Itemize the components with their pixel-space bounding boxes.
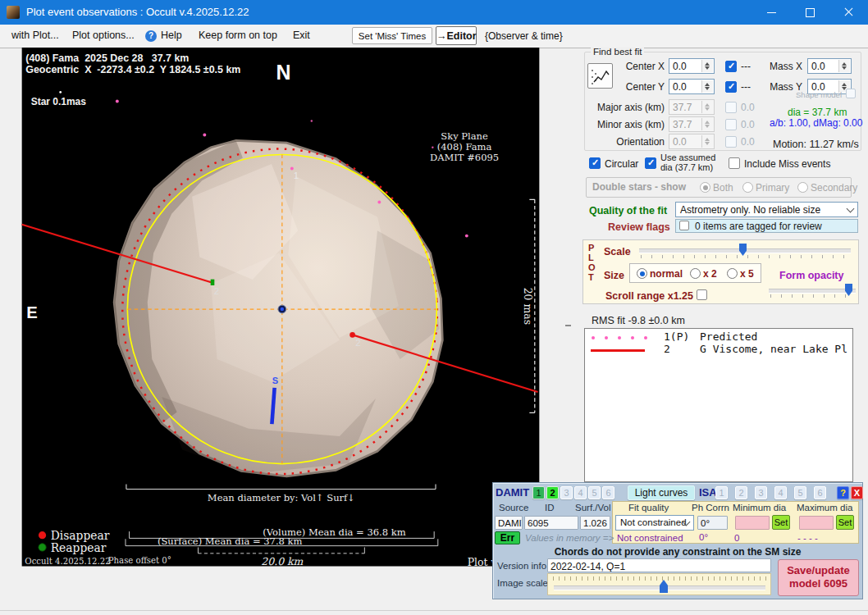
center-y-field[interactable]: 0.0 [669, 79, 715, 94]
set-maximum-button[interactable]: Set [836, 515, 854, 530]
mass-x-field[interactable]: 0.0 [807, 58, 852, 74]
size-normal-label: normal [650, 268, 683, 280]
isam-2-button[interactable]: 2 [735, 486, 747, 499]
list-item[interactable]: 1(P) Predicted [585, 329, 854, 341]
form-opacity-track[interactable] [769, 289, 856, 294]
light-curves-button[interactable]: Light curves [628, 485, 695, 500]
damit-close-button[interactable]: X [851, 486, 863, 499]
double-primary-radio[interactable] [742, 182, 753, 193]
damit-help-button[interactable]: ? [837, 486, 849, 499]
mass-x-label: Mass X [763, 61, 802, 72]
memory-minimum: 0 [734, 533, 739, 543]
isam-3-button[interactable]: 3 [755, 486, 767, 499]
image-scale-slider[interactable] [547, 573, 771, 595]
damit-model-1-button[interactable]: 1 [532, 486, 545, 499]
south-pole-label: S [272, 376, 278, 385]
reappear-marker [211, 280, 215, 285]
save-update-button[interactable]: Save/update model 6095 [778, 559, 859, 596]
menu-keep-on-top[interactable]: Keep form on top [199, 30, 277, 41]
double-stars-label: Double stars - show [592, 181, 686, 193]
chord-legend-listbox[interactable]: 1(P) Predicted 2 G Viscome, near Lake Pl [584, 328, 853, 482]
north-label: N [276, 61, 290, 84]
image-scale-thumb[interactable] [660, 580, 668, 593]
minimize-icon [767, 12, 776, 13]
plot-title-line1: (408) Fama 2025 Dec 28 37.7 km [25, 52, 189, 64]
damit-model-6-button[interactable]: 6 [602, 486, 614, 499]
menu-bar: with Plot... Plot options... ? Help Keep… [0, 25, 868, 48]
double-both-radio[interactable] [700, 182, 710, 193]
circular-label: Circular [605, 158, 638, 170]
center-x-spinner[interactable] [701, 60, 713, 72]
surface-diameter-label: (Surface) Mean dia = 37.8 km [158, 535, 303, 547]
isam-6-button[interactable]: 6 [814, 486, 826, 499]
memory-maximum: - - - - [797, 533, 818, 543]
minimum-dia-field[interactable] [735, 516, 770, 530]
isam-4-button[interactable]: 4 [774, 486, 787, 499]
motion-readout: Motion: 11.27 km/s [773, 139, 859, 150]
quality-combobox[interactable]: Astrometry only. No reliable size [675, 202, 858, 217]
size-normal-radio[interactable] [637, 268, 647, 279]
maximize-button[interactable] [791, 0, 829, 25]
major-axis-checkbox[interactable] [725, 102, 737, 113]
col-fit-quality: Fit quality [628, 503, 669, 512]
size-x5-radio[interactable] [727, 268, 738, 279]
use-assumed-checkbox[interactable] [645, 157, 656, 169]
damit-model-2-button[interactable]: 2 [546, 486, 559, 499]
err-button[interactable]: Err [495, 531, 520, 544]
set-miss-times-button[interactable]: Set 'Miss' Times [352, 27, 432, 44]
center-x-field[interactable]: 0.0 [669, 58, 715, 74]
menu-plot-options[interactable]: Plot options... [72, 30, 135, 41]
predicted-chord-number: 1 [294, 171, 299, 180]
mass-x-spinner[interactable] [838, 60, 850, 72]
scroll-range-checkbox[interactable] [697, 289, 707, 300]
memory-fit-quality: Not constrained [617, 533, 683, 543]
circular-checkbox[interactable] [589, 157, 601, 169]
center-y-spinner[interactable] [701, 80, 713, 93]
splitter-grip[interactable] [565, 325, 571, 326]
orientation-unc: 0.0 [741, 136, 755, 148]
app-window: Plot event observations : Occult v.4.202… [0, 0, 868, 615]
surfvol-field: 1.026 [580, 516, 610, 530]
isam-5-button[interactable]: 5 [794, 486, 806, 499]
mean-diameter-caption: Mean diameter by: Vol↑ Surf↓ [208, 492, 355, 503]
menu-with-plot[interactable]: with Plot... [11, 30, 59, 41]
include-miss-label: Include Miss events [744, 158, 830, 170]
review-flags-checkbox[interactable] [679, 221, 689, 230]
center-y-checkbox[interactable] [725, 81, 737, 93]
close-button[interactable] [829, 0, 867, 25]
sky-object-label: (408) Fama [437, 141, 492, 153]
center-marker-dot [281, 308, 284, 311]
quality-label: Quality of the fit [589, 205, 667, 216]
version-info-field[interactable]: 2022-02-14, Q=1 [547, 558, 771, 572]
spin-axis-marker [272, 388, 274, 424]
damit-model-5-button[interactable]: 5 [588, 486, 601, 499]
help-icon[interactable]: ? [145, 30, 157, 42]
reappear-legend-label: Reappear [51, 541, 107, 554]
list-item[interactable]: 2 G Viscome, near Lake Pl [585, 341, 854, 353]
menu-help[interactable]: Help [161, 30, 182, 41]
minimize-button[interactable] [752, 0, 790, 25]
orientation-checkbox[interactable] [725, 136, 737, 148]
major-axis-label: Major axis (km) [585, 102, 665, 113]
damit-model-4-button[interactable]: 4 [574, 486, 587, 499]
maximum-dia-field[interactable] [799, 516, 834, 530]
observer-time-label[interactable]: {Observer & time} [485, 30, 563, 42]
size-x2-radio[interactable] [690, 268, 701, 279]
shape-model-checkbox[interactable] [846, 89, 856, 98]
ph-corrn-field[interactable]: 0° [697, 516, 728, 530]
minor-axis-field: 37.7 [669, 116, 715, 132]
set-minimum-button[interactable]: Set [772, 515, 790, 530]
dia-readout: dia = 37.7 km [788, 107, 847, 118]
menu-exit[interactable]: Exit [293, 30, 310, 41]
damit-model-3-button[interactable]: 3 [560, 486, 573, 499]
fit-quality-combobox[interactable]: Not constrained [615, 515, 694, 531]
isam-1-button[interactable]: 1 [715, 486, 728, 499]
minor-axis-checkbox[interactable] [725, 119, 737, 130]
find-best-fit-label: Find best fit [591, 47, 644, 57]
include-miss-checkbox[interactable] [729, 157, 740, 169]
double-secondary-radio[interactable] [797, 182, 808, 193]
id-field: 6095 [524, 516, 578, 530]
damit-title: DAMIT [496, 486, 529, 499]
editor-button[interactable]: →Editor [436, 26, 477, 45]
center-x-checkbox[interactable] [725, 61, 737, 72]
